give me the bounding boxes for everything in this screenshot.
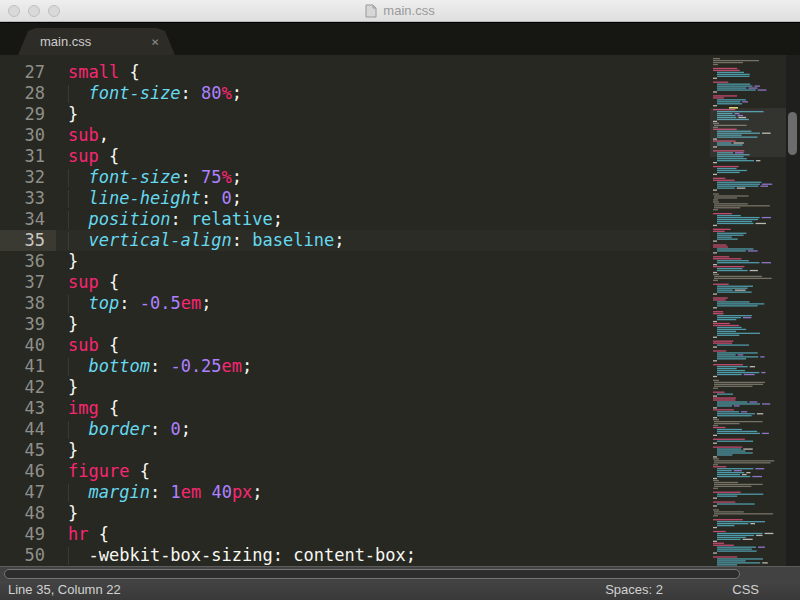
- code-line-text[interactable]: figure {: [56, 461, 710, 482]
- code-line-text[interactable]: sub {: [56, 335, 710, 356]
- code-line[interactable]: 43img {: [0, 398, 710, 419]
- traffic-lights: [8, 5, 60, 17]
- code-line[interactable]: 30sub,: [0, 125, 710, 146]
- code-line[interactable]: 39}: [0, 314, 710, 335]
- code-line[interactable]: 32 font-size: 75%;: [0, 167, 710, 188]
- line-number: 39: [0, 314, 56, 335]
- line-number: 40: [0, 335, 56, 356]
- window-close-button[interactable]: [8, 5, 20, 17]
- line-number: 28: [0, 83, 56, 104]
- code-line[interactable]: 36}: [0, 251, 710, 272]
- horizontal-scrollbar-thumb[interactable]: [4, 569, 740, 579]
- indent-guide: [68, 358, 69, 376]
- line-number: 30: [0, 125, 56, 146]
- code-line-text[interactable]: sub,: [56, 125, 710, 146]
- indent-guide: [68, 484, 69, 502]
- code-line[interactable]: 34 position: relative;: [0, 209, 710, 230]
- code-line-text[interactable]: }: [56, 251, 710, 272]
- minimap[interactable]: [710, 55, 786, 566]
- line-number: 42: [0, 377, 56, 398]
- code-line[interactable]: 46figure {: [0, 461, 710, 482]
- indent-guide: [68, 190, 69, 208]
- indent-guide: [68, 295, 69, 313]
- line-number: 35: [0, 230, 56, 251]
- syntax-mode-setting[interactable]: CSS: [732, 582, 759, 597]
- tab-main-css[interactable]: main.css ×: [18, 28, 175, 55]
- indent-guide: [68, 85, 69, 103]
- code-line-text[interactable]: vertical-align: baseline;: [56, 230, 710, 251]
- code-line-text[interactable]: }: [56, 377, 710, 398]
- line-number: 38: [0, 293, 56, 314]
- line-number: 36: [0, 251, 56, 272]
- line-number: 49: [0, 524, 56, 545]
- indent-guide: [68, 169, 69, 187]
- code-line[interactable]: 44 border: 0;: [0, 419, 710, 440]
- document-icon: [365, 4, 377, 18]
- code-line-text[interactable]: }: [56, 440, 710, 461]
- code-line[interactable]: 33 line-height: 0;: [0, 188, 710, 209]
- indent-guide: [68, 421, 69, 439]
- window-title: main.css: [383, 3, 434, 18]
- indent-guide: [68, 232, 69, 250]
- code-line-text[interactable]: }: [56, 503, 710, 524]
- code-line[interactable]: 50 -webkit-box-sizing: content-box;: [0, 545, 710, 566]
- code-line-text[interactable]: font-size: 75%;: [56, 167, 710, 188]
- window-zoom-button[interactable]: [48, 5, 60, 17]
- window-title-group: main.css: [0, 3, 800, 18]
- code-line[interactable]: 31sup {: [0, 146, 710, 167]
- line-number: 34: [0, 209, 56, 230]
- code-editor[interactable]: 27small {28 font-size: 80%;29}30sub,31su…: [0, 62, 710, 566]
- horizontal-scrollbar[interactable]: [0, 566, 800, 581]
- code-line[interactable]: 40sub {: [0, 335, 710, 356]
- tab-label: main.css: [40, 34, 151, 49]
- code-line-text[interactable]: }: [56, 104, 710, 125]
- code-line[interactable]: 29}: [0, 104, 710, 125]
- indentation-setting[interactable]: Spaces: 2: [605, 582, 663, 597]
- code-line[interactable]: 47 margin: 1em 40px;: [0, 482, 710, 503]
- line-number: 31: [0, 146, 56, 167]
- code-line[interactable]: 28 font-size: 80%;: [0, 83, 710, 104]
- line-number: 41: [0, 356, 56, 377]
- code-line[interactable]: 27small {: [0, 62, 710, 83]
- code-line[interactable]: 42}: [0, 377, 710, 398]
- code-line-text[interactable]: line-height: 0;: [56, 188, 710, 209]
- code-line-text[interactable]: border: 0;: [56, 419, 710, 440]
- editor-window: main.css main.css × 27small {28 font-siz…: [0, 0, 800, 600]
- title-bar: main.css: [0, 0, 800, 22]
- code-line-text[interactable]: bottom: -0.25em;: [56, 356, 710, 377]
- code-line-text[interactable]: sup {: [56, 272, 710, 293]
- line-number: 47: [0, 482, 56, 503]
- line-number: 27: [0, 62, 56, 83]
- code-line-text[interactable]: top: -0.5em;: [56, 293, 710, 314]
- line-number: 37: [0, 272, 56, 293]
- code-line[interactable]: 37sup {: [0, 272, 710, 293]
- code-line-text[interactable]: margin: 1em 40px;: [56, 482, 710, 503]
- line-number: 29: [0, 104, 56, 125]
- window-minimize-button[interactable]: [28, 5, 40, 17]
- code-line-text[interactable]: position: relative;: [56, 209, 710, 230]
- code-line-text[interactable]: small {: [56, 62, 710, 83]
- code-line[interactable]: 45}: [0, 440, 710, 461]
- line-number: 43: [0, 398, 56, 419]
- code-line[interactable]: 41 bottom: -0.25em;: [0, 356, 710, 377]
- code-line-text[interactable]: sup {: [56, 146, 710, 167]
- code-line-text[interactable]: font-size: 80%;: [56, 83, 710, 104]
- code-line-text[interactable]: img {: [56, 398, 710, 419]
- code-line[interactable]: 49hr {: [0, 524, 710, 545]
- close-icon[interactable]: ×: [151, 34, 159, 49]
- editor-pane: 27small {28 font-size: 80%;29}30sub,31su…: [0, 55, 800, 566]
- line-number: 46: [0, 461, 56, 482]
- status-bar: Line 35, Column 22 Spaces: 2 CSS: [0, 581, 800, 600]
- vertical-scrollbar-thumb[interactable]: [788, 112, 797, 155]
- vertical-scrollbar[interactable]: [786, 55, 800, 566]
- indent-guide: [68, 211, 69, 229]
- code-line[interactable]: 35 vertical-align: baseline;: [0, 230, 710, 251]
- code-line-text[interactable]: }: [56, 314, 710, 335]
- code-line-text[interactable]: hr {: [56, 524, 710, 545]
- line-number: 50: [0, 545, 56, 566]
- code-line-text[interactable]: -webkit-box-sizing: content-box;: [56, 545, 710, 566]
- code-line[interactable]: 38 top: -0.5em;: [0, 293, 710, 314]
- line-number: 48: [0, 503, 56, 524]
- code-line[interactable]: 48}: [0, 503, 710, 524]
- tab-bar: main.css ×: [0, 22, 800, 55]
